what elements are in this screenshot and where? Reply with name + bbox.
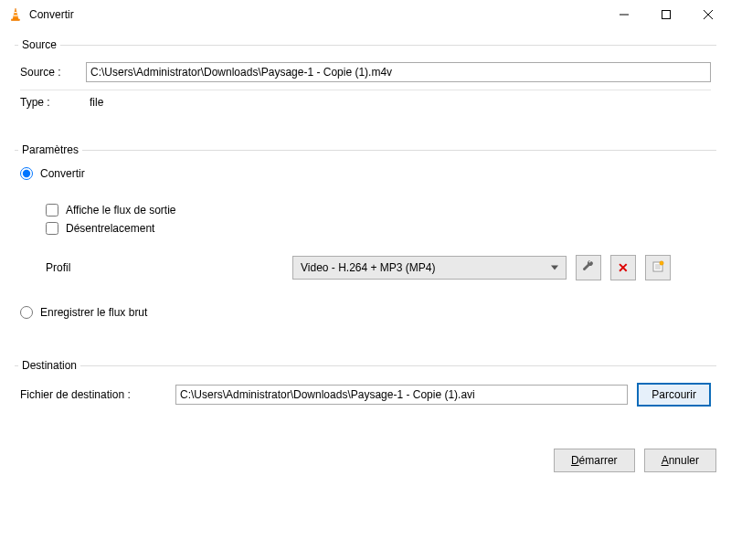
svg-point-11 bbox=[660, 260, 663, 264]
browse-button[interactable]: Parcourir bbox=[637, 383, 711, 407]
maximize-button[interactable] bbox=[645, 0, 687, 29]
type-label: Type : bbox=[20, 96, 86, 109]
cancel-button[interactable]: Annuler bbox=[644, 449, 716, 472]
profile-select[interactable]: Video - H.264 + MP3 (MP4) bbox=[292, 256, 567, 280]
parameters-group: Paramètres Convertir Affiche le flux de … bbox=[15, 143, 716, 343]
raw-radio-row[interactable]: Enregistrer le flux brut bbox=[20, 306, 711, 319]
close-button[interactable] bbox=[687, 0, 729, 29]
convert-radio-label: Convertir bbox=[40, 167, 85, 180]
window-title: Convertir bbox=[29, 8, 603, 21]
parameters-legend: Paramètres bbox=[18, 143, 82, 156]
show-output-check-row[interactable]: Affiche le flux de sortie bbox=[20, 204, 711, 217]
raw-radio[interactable] bbox=[20, 306, 33, 319]
wrench-icon bbox=[582, 260, 595, 276]
svg-rect-0 bbox=[14, 12, 16, 13]
raw-radio-label: Enregistrer le flux brut bbox=[40, 306, 147, 319]
source-label: Source : bbox=[20, 66, 86, 79]
deinterlace-label: Désentrelacement bbox=[66, 222, 154, 235]
dialog-button-bar: Démarrer Annuler bbox=[0, 441, 731, 480]
source-path-input[interactable] bbox=[86, 62, 711, 82]
minimize-button[interactable] bbox=[603, 0, 645, 29]
delete-profile-button[interactable]: ✕ bbox=[610, 255, 636, 280]
destination-label: Fichier de destination : bbox=[20, 388, 175, 401]
source-group: Source Source : Type : file bbox=[15, 38, 716, 127]
deinterlace-checkbox[interactable] bbox=[46, 222, 58, 235]
edit-profile-button[interactable] bbox=[576, 255, 601, 280]
convert-radio[interactable] bbox=[20, 167, 33, 180]
start-button[interactable]: Démarrer bbox=[554, 449, 635, 472]
convert-radio-row[interactable]: Convertir bbox=[20, 167, 711, 180]
delete-x-icon: ✕ bbox=[618, 260, 629, 275]
source-divider bbox=[20, 90, 711, 90]
new-profile-icon bbox=[652, 260, 664, 276]
svg-rect-1 bbox=[14, 16, 18, 16]
profile-select-value: Video - H.264 + MP3 (MP4) bbox=[301, 261, 436, 274]
show-output-label: Affiche le flux de sortie bbox=[66, 204, 176, 217]
svg-rect-2 bbox=[12, 19, 20, 21]
type-value: file bbox=[86, 96, 103, 109]
profile-label: Profil bbox=[46, 261, 292, 274]
destination-group: Destination Fichier de destination : Par… bbox=[15, 359, 716, 425]
source-legend: Source bbox=[18, 38, 60, 51]
show-output-checkbox[interactable] bbox=[46, 204, 58, 217]
svg-rect-4 bbox=[662, 11, 671, 19]
titlebar: Convertir bbox=[0, 0, 731, 29]
destination-legend: Destination bbox=[18, 359, 80, 372]
destination-path-input[interactable] bbox=[175, 385, 628, 405]
deinterlace-check-row[interactable]: Désentrelacement bbox=[20, 222, 711, 235]
new-profile-button[interactable] bbox=[645, 255, 671, 280]
vlc-cone-icon bbox=[7, 6, 24, 23]
